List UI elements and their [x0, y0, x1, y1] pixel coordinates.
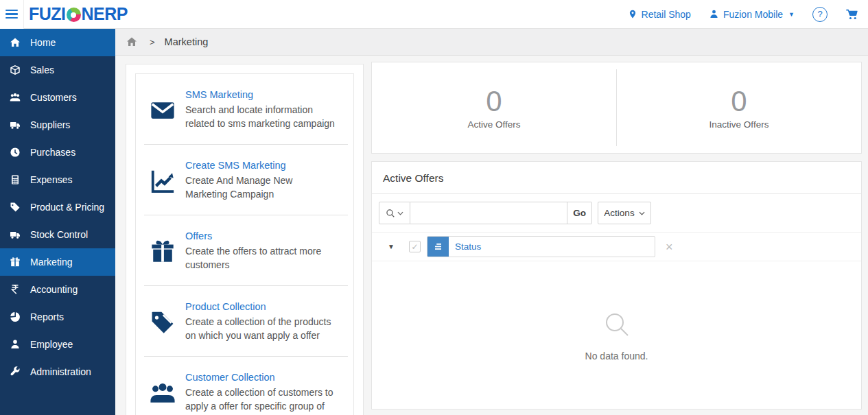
chart-line-icon	[140, 158, 185, 201]
search-icon	[386, 209, 395, 218]
menu-item-title[interactable]: Customer Collection	[185, 370, 275, 384]
menu-item-sms-marketing[interactable]: SMS Marketing Search and locate informat…	[136, 74, 353, 144]
menu-item-create-sms-marketing[interactable]: Create SMS Marketing Create And Manage N…	[136, 145, 353, 215]
active-offers-label: Active Offers	[467, 119, 520, 130]
inactive-offers-count: 0	[731, 86, 747, 117]
breadcrumb-separator: >	[150, 37, 155, 47]
truck-icon	[0, 229, 30, 240]
chevron-down-icon	[639, 211, 645, 215]
sidebar-item-label: Purchases	[30, 147, 75, 158]
sidebar-item-label: Home	[30, 37, 56, 48]
main-content: SMS Marketing Search and locate informat…	[115, 56, 868, 415]
sidebar-item-label: Marketing	[30, 257, 72, 268]
sidebar-item-suppliers[interactable]: Suppliers	[0, 111, 115, 139]
breadcrumb-current: Marketing	[165, 36, 209, 47]
sidebar-item-label: Product & Pricing	[30, 202, 104, 213]
breadcrumb-home-icon[interactable]	[126, 36, 137, 47]
cart-button[interactable]	[845, 8, 858, 20]
menu-item-description: Create the offers to attract more custom…	[185, 244, 335, 272]
collapse-triangle-icon[interactable]: ▼	[388, 243, 395, 250]
menu-item-description: Create a collection of the products on w…	[185, 315, 335, 342]
menu-item-title[interactable]: Product Collection	[185, 300, 266, 313]
go-button[interactable]: Go	[567, 202, 592, 224]
cart-icon	[845, 8, 858, 20]
remove-filter-button[interactable]: ×	[666, 241, 673, 253]
right-column: 0 Active Offers 0 Inactive Offers Active…	[371, 62, 862, 410]
logo-text-prefix: FUZI	[29, 4, 66, 24]
user-menu-button[interactable]: Fuzion Mobile ▼	[709, 9, 795, 20]
menu-item-title[interactable]: Offers	[185, 229, 212, 243]
menu-item-description: Search and locate information related to…	[185, 103, 335, 130]
sidebar-item-expenses[interactable]: Expenses	[0, 166, 115, 193]
report-toolbar: Go Actions	[372, 194, 861, 233]
active-offers-stat: 0 Active Offers	[372, 62, 616, 153]
empty-message: No data found.	[585, 351, 648, 361]
menu-item-description: Create And Manage New Marketing Campaign	[185, 174, 335, 201]
report-filter-row: ▼ ✓ Status ×	[372, 233, 861, 261]
sidebar-item-sales[interactable]: Sales	[0, 56, 115, 84]
gift-icon	[0, 257, 30, 268]
pie-chart-icon	[0, 311, 30, 322]
inactive-offers-label: Inactive Offers	[709, 119, 769, 130]
close-icon: ×	[666, 240, 673, 254]
sidebar: Home Sales Customers Suppliers Purchases…	[0, 29, 115, 415]
sidebar-item-home[interactable]: Home	[0, 29, 115, 56]
app-logo[interactable]: FUZI NERP	[29, 4, 128, 24]
report-title: Active Offers	[372, 162, 861, 194]
sidebar-item-label: Reports	[30, 311, 64, 322]
report-empty-state: No data found.	[372, 261, 861, 409]
sidebar-item-label: Employee	[30, 339, 73, 350]
chevron-down-icon: ▼	[788, 11, 795, 18]
sidebar-item-reports[interactable]: Reports	[0, 303, 115, 331]
users-group-icon	[140, 370, 185, 415]
hamburger-menu-icon[interactable]	[0, 0, 24, 29]
gift-icon	[140, 229, 185, 272]
filter-enabled-checkbox[interactable]: ✓	[409, 241, 421, 252]
person-icon	[0, 339, 30, 350]
wrench-icon	[0, 366, 30, 377]
sidebar-item-employee[interactable]: Employee	[0, 331, 115, 358]
search-column-dropdown[interactable]	[379, 202, 410, 224]
breadcrumb: > Marketing	[115, 29, 868, 56]
sidebar-item-administration[interactable]: Administration	[0, 358, 115, 386]
menu-item-customer-collection[interactable]: Customer Collection Create a collection …	[136, 357, 353, 415]
tag-icon	[0, 202, 30, 213]
clock-icon	[0, 147, 30, 158]
tag-icon	[140, 300, 185, 342]
offers-stats-panel: 0 Active Offers 0 Inactive Offers	[371, 62, 862, 154]
menu-item-offers[interactable]: Offers Create the offers to attract more…	[136, 215, 353, 285]
menu-item-title[interactable]: Create SMS Marketing	[185, 158, 286, 172]
sidebar-item-marketing[interactable]: Marketing	[0, 248, 115, 276]
empty-search-icon	[602, 309, 632, 340]
location-button[interactable]: Retail Shop	[628, 9, 691, 20]
check-icon: ✓	[411, 242, 418, 252]
menu-item-product-collection[interactable]: Product Collection Create a collection o…	[136, 286, 353, 356]
envelope-icon	[140, 88, 185, 130]
sidebar-item-purchases[interactable]: Purchases	[0, 139, 115, 166]
sidebar-item-label: Customers	[30, 92, 77, 103]
logo-o-icon	[67, 8, 81, 22]
filter-type-icon	[427, 237, 449, 257]
actions-menu-button[interactable]: Actions	[598, 202, 651, 224]
help-button[interactable]: ?	[812, 7, 828, 22]
header-actions: Retail Shop Fuzion Mobile ▼ ?	[628, 7, 868, 22]
sidebar-item-stock-control[interactable]: Stock Control	[0, 221, 115, 248]
sidebar-item-label: Expenses	[30, 174, 72, 185]
actions-label: Actions	[604, 208, 634, 218]
report-search-input[interactable]	[410, 202, 567, 224]
user-icon	[709, 9, 719, 19]
help-icon: ?	[817, 9, 822, 19]
home-icon	[0, 37, 30, 48]
sidebar-item-accounting[interactable]: Accounting	[0, 276, 115, 303]
sidebar-item-customers[interactable]: Customers	[0, 84, 115, 111]
app-header: FUZI NERP Retail Shop Fuzion Mobile ▼ ?	[0, 0, 868, 29]
menu-item-description: Create a collection of customers to appl…	[185, 386, 335, 415]
filter-column-name: Status	[455, 241, 481, 252]
inactive-offers-stat: 0 Inactive Offers	[617, 62, 861, 153]
sidebar-item-product-pricing[interactable]: Product & Pricing	[0, 193, 115, 221]
filter-condition-chip[interactable]: Status	[427, 236, 655, 257]
marketing-menu-list: SMS Marketing Search and locate informat…	[135, 73, 354, 415]
menu-item-title[interactable]: SMS Marketing	[185, 88, 253, 102]
marketing-menu-panel: SMS Marketing Search and locate informat…	[126, 64, 364, 415]
users-icon	[0, 92, 30, 103]
